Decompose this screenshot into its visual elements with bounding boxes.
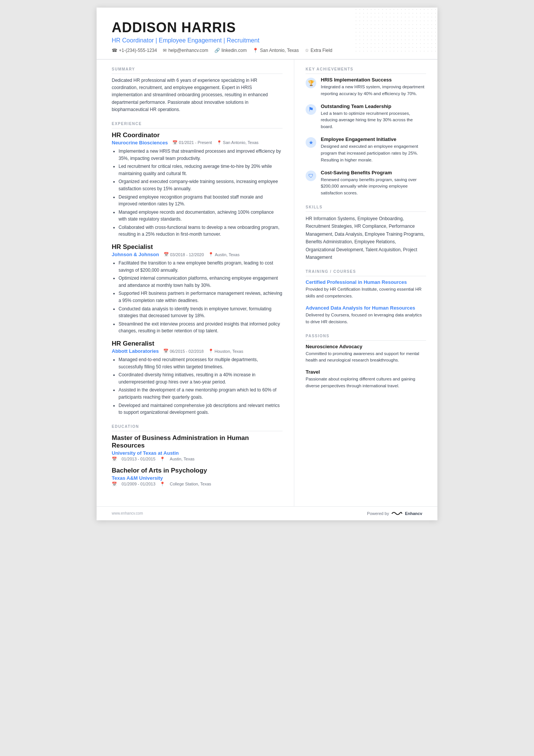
job-bullets-1: Implemented a new HRIS that streamlined …	[112, 148, 283, 238]
experience-label: EXPERIENCE	[112, 122, 283, 128]
passion-desc-1: Committed to promoting awareness and sup…	[306, 351, 426, 364]
job-bullets-2: Facilitated the transition to a new empl…	[112, 260, 283, 335]
achievement-desc-1: Integrated a new HRIS system, improving …	[321, 84, 426, 97]
job-meta-1: Neurocrine Biosciences 📅 01/2021 - Prese…	[112, 140, 283, 146]
trophy-icon: 🏆	[306, 78, 316, 88]
job-date-2: 📅 03/2018 - 12/2020	[164, 252, 204, 257]
edu-meta-2: 📅 01/2009 - 01/2013 📍 College Station, T…	[112, 482, 283, 487]
skills-label: SKILLS	[306, 205, 426, 212]
school-1: University of Texas at Austin	[112, 450, 283, 456]
company-3: Abbott Laboratories	[112, 348, 159, 354]
email-icon: ✉	[163, 48, 167, 53]
bullet-item: Coordinated diversity hiring initiatives…	[119, 371, 283, 385]
education-item-2: Bachelor of Arts in Psychology Texas A&M…	[112, 467, 283, 487]
passions-label: PASSIONS	[306, 334, 426, 341]
summary-label: SUMMARY	[112, 67, 283, 74]
edu-meta-1: 📅 01/2013 - 01/2015 📍 Austin, Texas	[112, 457, 283, 462]
pin-icon-edu2: 📍	[160, 482, 165, 487]
achievement-title-4: Cost-Saving Benefits Program	[321, 170, 426, 175]
calendar-icon-2: 📅	[164, 252, 169, 257]
job-bullets-3: Managed end-to-end recruitment processes…	[112, 356, 283, 416]
star-achievement-icon: ★	[306, 137, 316, 148]
passion-title-1: Neuroscience Advocacy	[306, 344, 426, 349]
job-date-3: 📅 06/2015 - 02/2018	[163, 349, 203, 354]
achievements-section: KEY ACHIEVEMENTS 🏆 HRIS Implementation S…	[306, 67, 426, 197]
contact-linkedin: 🔗 linkedin.com	[214, 48, 247, 53]
passions-section: PASSIONS Neuroscience Advocacy Committed…	[306, 334, 426, 390]
achievement-title-3: Employee Engagement Initiative	[321, 136, 426, 142]
achievement-4: 🛡 Cost-Saving Benefits Program Renewed c…	[306, 170, 426, 197]
calendar-icon-1: 📅	[172, 140, 178, 145]
passion-title-2: Travel	[306, 369, 426, 375]
contact-phone: ☎ +1-(234)-555-1234	[112, 48, 157, 53]
resume-footer: www.enhancv.com Powered by Enhancv	[97, 506, 437, 520]
bullet-item: Designed employee recognition programs t…	[119, 194, 283, 208]
pin-icon-edu1: 📍	[160, 457, 165, 462]
bullet-item: Conducted data analysis to identify tren…	[119, 305, 283, 319]
bullet-item: Optimized internal communication platfor…	[119, 275, 283, 289]
linkedin-icon: 🔗	[214, 48, 220, 53]
candidate-name: ADDISON HARRIS	[112, 20, 422, 36]
calendar-icon-edu1: 📅	[112, 457, 117, 462]
footer-brand: Powered by Enhancv	[367, 510, 422, 517]
achievement-1: 🏆 HRIS Implementation Success Integrated…	[306, 77, 426, 97]
enhancv-logo-icon	[391, 510, 403, 517]
training-title-2: Advanced Data Analysis for Human Resourc…	[306, 305, 426, 311]
bullet-item: Implemented a new HRIS that streamlined …	[119, 148, 283, 162]
flag-icon: ⚑	[306, 104, 316, 115]
calendar-icon-3: 📅	[163, 349, 169, 354]
company-2: Johnson & Johnson	[112, 252, 159, 257]
achievement-desc-4: Renewed company benefits program, saving…	[321, 177, 426, 197]
bullet-item: Collaborated with cross-functional teams…	[119, 224, 283, 238]
company-1: Neurocrine Biosciences	[112, 140, 168, 146]
achievement-title-1: HRIS Implementation Success	[321, 77, 426, 83]
job-hr-coordinator: HR Coordinator Neurocrine Biosciences 📅 …	[112, 131, 283, 238]
achievement-desc-2: Led a team to optimize recruitment proce…	[321, 110, 426, 130]
achievement-desc-3: Designed and executed an employee engage…	[321, 143, 426, 163]
skills-section: SKILLS HR Information Systems, Employee …	[306, 205, 426, 261]
bullet-item: Facilitated the transition to a new empl…	[119, 260, 283, 274]
education-item-1: Master of Business Administration in Hum…	[112, 434, 283, 462]
achievement-3: ★ Employee Engagement Initiative Designe…	[306, 136, 426, 163]
job-hr-generalist: HR Generalist Abbott Laboratories 📅 06/2…	[112, 340, 283, 416]
contact-location: 📍 San Antonio, Texas	[253, 48, 299, 53]
bullet-item: Assisted in the development of a new men…	[119, 387, 283, 401]
powered-by-text: Powered by	[367, 511, 389, 516]
training-label: TRAINING / COURSES	[306, 269, 426, 276]
resume-wrapper: ADDISON HARRIS HR Coordinator | Employee…	[97, 8, 437, 520]
contact-info: ☎ +1-(234)-555-1234 ✉ help@enhancv.com 🔗…	[112, 48, 422, 53]
resume-header: ADDISON HARRIS HR Coordinator | Employee…	[97, 8, 437, 59]
bullet-item: Managed employee records and documentati…	[119, 209, 283, 223]
job-date-1: 📅 01/2021 - Present	[172, 140, 212, 145]
job-title-1: HR Coordinator	[112, 131, 283, 139]
star-icon: ☆	[305, 48, 309, 53]
pin-icon-1: 📍	[217, 140, 222, 145]
bullet-item: Managed end-to-end recruitment processes…	[119, 356, 283, 370]
degree-2: Bachelor of Arts in Psychology	[112, 467, 283, 474]
bullet-item: Organized and executed company-wide trai…	[119, 178, 283, 192]
achievement-title-2: Outstanding Team Leadership	[321, 103, 426, 109]
enhancv-brand-name: Enhancv	[405, 511, 422, 516]
phone-icon: ☎	[112, 48, 117, 53]
passion-item-2: Travel Passionate about exploring differ…	[306, 369, 426, 390]
shield-icon: 🛡	[306, 171, 316, 181]
right-column: KEY ACHIEVEMENTS 🏆 HRIS Implementation S…	[294, 59, 437, 506]
job-title-2: HR Specialist	[112, 243, 283, 251]
job-meta-3: Abbott Laboratories 📅 06/2015 - 02/2018 …	[112, 348, 283, 354]
job-title-3: HR Generalist	[112, 340, 283, 347]
bullet-item: Streamlined the exit interview process a…	[119, 321, 283, 335]
achievement-content-1: HRIS Implementation Success Integrated a…	[321, 77, 426, 97]
training-item-2: Advanced Data Analysis for Human Resourc…	[306, 305, 426, 326]
pin-icon-3: 📍	[208, 349, 214, 354]
achievements-label: KEY ACHIEVEMENTS	[306, 67, 426, 74]
calendar-icon-edu2: 📅	[112, 482, 117, 487]
job-hr-specialist: HR Specialist Johnson & Johnson 📅 03/201…	[112, 243, 283, 335]
contact-extra: ☆ Extra Field	[305, 48, 332, 53]
summary-text: Dedicated HR professional with 6 years o…	[112, 77, 283, 113]
training-desc-1: Provided by HR Certification Institute, …	[306, 286, 426, 300]
job-location-1: 📍 San Antonio, Texas	[217, 140, 259, 145]
job-location-3: 📍 Houston, Texas	[208, 349, 244, 354]
skills-text: HR Information Systems, Employee Onboard…	[306, 215, 426, 261]
education-section: EDUCATION Master of Business Administrat…	[112, 424, 283, 487]
training-item-1: Certified Professional in Human Resource…	[306, 279, 426, 300]
